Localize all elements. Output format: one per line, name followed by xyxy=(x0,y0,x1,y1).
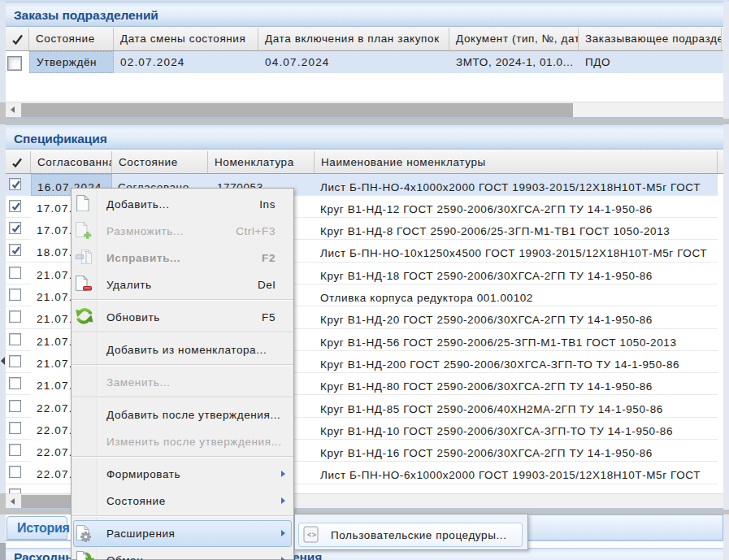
svg-text:<>: <> xyxy=(307,531,317,539)
